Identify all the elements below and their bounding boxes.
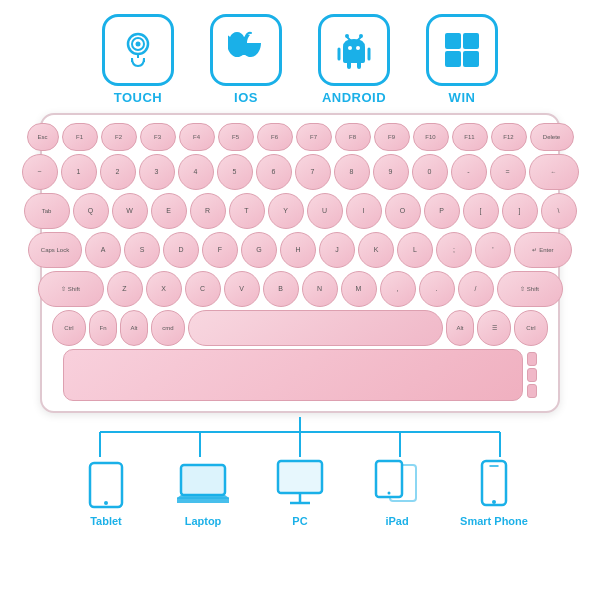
svg-point-9 [356, 46, 360, 50]
zxcv-key-row: ⇧ Shift Z X C V B N M , . / ⇧ Shift [52, 271, 548, 307]
key-lalt[interactable]: Alt [120, 310, 148, 346]
key-esc[interactable]: Esc [27, 123, 59, 151]
fn-key-row: Esc F1 F2 F3 F4 F5 F6 F7 F8 F9 F10 F11 F… [52, 123, 548, 151]
key-h[interactable]: H [280, 232, 316, 268]
key-b[interactable]: B [263, 271, 299, 307]
key-f10[interactable]: F10 [413, 123, 449, 151]
key-delete[interactable]: Delete [530, 123, 574, 151]
key-8[interactable]: 8 [334, 154, 370, 190]
key-menu[interactable]: ☰ [477, 310, 511, 346]
side-btn-1[interactable] [527, 352, 537, 366]
key-f1[interactable]: F1 [62, 123, 98, 151]
key-rbracket[interactable]: ] [502, 193, 538, 229]
key-lbracket[interactable]: [ [463, 193, 499, 229]
key-z[interactable]: Z [107, 271, 143, 307]
device-icons: Tablet Laptop PC [0, 457, 600, 527]
key-p[interactable]: P [424, 193, 460, 229]
key-l[interactable]: L [397, 232, 433, 268]
key-f7[interactable]: F7 [296, 123, 332, 151]
svg-rect-31 [278, 461, 322, 493]
key-5[interactable]: 5 [217, 154, 253, 190]
key-ctrl[interactable]: Ctrl [52, 310, 86, 346]
touchpad[interactable] [63, 349, 523, 401]
bottom-key-row: Ctrl Fn Alt cmd Alt ☰ Ctrl [52, 310, 548, 346]
key-lshift[interactable]: ⇧ Shift [38, 271, 104, 307]
key-rctrl[interactable]: Ctrl [514, 310, 548, 346]
key-f9[interactable]: F9 [374, 123, 410, 151]
side-btn-2[interactable] [527, 368, 537, 382]
key-w[interactable]: W [112, 193, 148, 229]
tablet-label: Tablet [90, 515, 122, 527]
key-r[interactable]: R [190, 193, 226, 229]
key-period[interactable]: . [419, 271, 455, 307]
ipad-item: iPad [355, 459, 440, 527]
key-equals[interactable]: = [490, 154, 526, 190]
key-backslash[interactable]: \ [541, 193, 577, 229]
key-backspace[interactable]: ← [529, 154, 579, 190]
key-u[interactable]: U [307, 193, 343, 229]
key-f12[interactable]: F12 [491, 123, 527, 151]
key-enter[interactable]: ↵ Enter [514, 232, 572, 268]
key-y[interactable]: Y [268, 193, 304, 229]
key-f[interactable]: F [202, 232, 238, 268]
key-1[interactable]: 1 [61, 154, 97, 190]
svg-point-2 [136, 42, 141, 47]
key-e[interactable]: E [151, 193, 187, 229]
touch-label: TOUCH [114, 90, 162, 105]
key-j[interactable]: J [319, 232, 355, 268]
key-v[interactable]: V [224, 271, 260, 307]
key-f8[interactable]: F8 [335, 123, 371, 151]
laptop-label: Laptop [185, 515, 222, 527]
key-quote[interactable]: ' [475, 232, 511, 268]
ipad-label: iPad [385, 515, 408, 527]
key-cmd[interactable]: cmd [151, 310, 185, 346]
android-icon-item: ANDROID [309, 14, 399, 105]
key-4[interactable]: 4 [178, 154, 214, 190]
key-t[interactable]: T [229, 193, 265, 229]
key-6[interactable]: 6 [256, 154, 292, 190]
key-i[interactable]: I [346, 193, 382, 229]
key-x[interactable]: X [146, 271, 182, 307]
key-n[interactable]: N [302, 271, 338, 307]
svg-rect-25 [90, 463, 122, 507]
key-a[interactable]: A [85, 232, 121, 268]
key-o[interactable]: O [385, 193, 421, 229]
key-semicolon[interactable]: ; [436, 232, 472, 268]
key-9[interactable]: 9 [373, 154, 409, 190]
pc-item: PC [258, 459, 343, 527]
key-minus[interactable]: - [451, 154, 487, 190]
side-btn-3[interactable] [527, 384, 537, 398]
key-d[interactable]: D [163, 232, 199, 268]
key-f2[interactable]: F2 [101, 123, 137, 151]
key-f3[interactable]: F3 [140, 123, 176, 151]
ios-icon-item: IOS [201, 14, 291, 105]
touch-icon-box [102, 14, 174, 86]
key-7[interactable]: 7 [295, 154, 331, 190]
key-tab[interactable]: Tab [24, 193, 70, 229]
key-f11[interactable]: F11 [452, 123, 488, 151]
svg-rect-16 [445, 51, 461, 67]
key-tilde[interactable]: ~ [22, 154, 58, 190]
key-f5[interactable]: F5 [218, 123, 254, 151]
key-s[interactable]: S [124, 232, 160, 268]
key-0[interactable]: 0 [412, 154, 448, 190]
key-slash[interactable]: / [458, 271, 494, 307]
key-f6[interactable]: F6 [257, 123, 293, 151]
key-3[interactable]: 3 [139, 154, 175, 190]
laptop-icon [175, 459, 231, 511]
key-f4[interactable]: F4 [179, 123, 215, 151]
side-buttons [527, 352, 537, 398]
key-comma[interactable]: , [380, 271, 416, 307]
key-k[interactable]: K [358, 232, 394, 268]
key-g[interactable]: G [241, 232, 277, 268]
key-fn[interactable]: Fn [89, 310, 117, 346]
key-space[interactable] [188, 310, 443, 346]
key-ralt[interactable]: Alt [446, 310, 474, 346]
key-q[interactable]: Q [73, 193, 109, 229]
win-label: WIN [449, 90, 476, 105]
key-rshift[interactable]: ⇧ Shift [497, 271, 563, 307]
key-2[interactable]: 2 [100, 154, 136, 190]
key-caps[interactable]: Caps Lock [28, 232, 82, 268]
key-c[interactable]: C [185, 271, 221, 307]
key-m[interactable]: M [341, 271, 377, 307]
